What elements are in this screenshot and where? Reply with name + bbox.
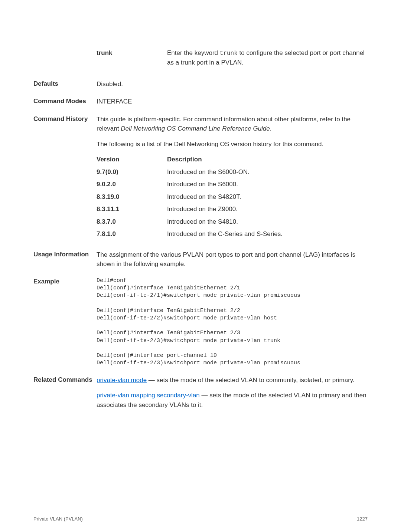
- table-row: 9.7(0.0) Introduced on the S6000-ON.: [97, 167, 368, 177]
- desc-cell: Introduced on the S4810.: [167, 217, 368, 227]
- version-cell: 8.3.11.1: [97, 204, 167, 214]
- command-history-label: Command History: [33, 115, 97, 242]
- command-modes-label: Command Modes: [33, 97, 97, 106]
- version-cell: 9.0.2.0: [97, 180, 167, 189]
- example-row: Example Dell#conf Dell(conf)#interface T…: [33, 277, 368, 367]
- related-item-1: private-vlan mode — sets the mode of the…: [97, 375, 368, 385]
- version-header: Version Description: [97, 155, 368, 164]
- version-header-col2: Description: [167, 155, 368, 164]
- trunk-label: trunk: [97, 48, 167, 68]
- defaults-row: Defaults Disabled.: [33, 79, 368, 89]
- usage-label: Usage Information: [33, 250, 97, 269]
- command-modes-value: INTERFACE: [97, 97, 368, 106]
- trunk-text1: Enter the keyword: [167, 49, 220, 56]
- desc-cell: Introduced on the C-Series and S-Series.: [167, 229, 368, 239]
- table-row: 9.0.2.0 Introduced on the S6000.: [97, 180, 368, 189]
- private-vlan-mapping-link[interactable]: private-vlan mapping secondary-vlan: [97, 392, 200, 399]
- related-text-1: — sets the mode of the selected VLAN to …: [147, 377, 355, 384]
- version-cell: 9.7(0.0): [97, 167, 167, 177]
- history-para1: This guide is platform-specific. For com…: [97, 115, 368, 134]
- related-content: private-vlan mode — sets the mode of the…: [97, 375, 368, 416]
- table-row: 8.3.7.0 Introduced on the S4810.: [97, 217, 368, 227]
- related-item-2: private-vlan mapping secondary-vlan — se…: [97, 391, 368, 410]
- spacer-col: [33, 48, 97, 70]
- param-trunk-row: trunk Enter the keyword trunk to configu…: [33, 48, 368, 70]
- example-content: Dell#conf Dell(conf)#interface TenGigabi…: [97, 277, 368, 367]
- table-row: 8.3.19.0 Introduced on the S4820T.: [97, 192, 368, 202]
- command-history-content: This guide is platform-specific. For com…: [97, 115, 368, 242]
- version-header-col1: Version: [97, 155, 167, 164]
- table-row: 7.8.1.0 Introduced on the C-Series and S…: [97, 229, 368, 239]
- version-cell: 8.3.19.0: [97, 192, 167, 202]
- related-row: Related Commands private-vlan mode — set…: [33, 375, 368, 416]
- desc-cell: Introduced on the S6000-ON.: [167, 167, 368, 177]
- desc-cell: Introduced on the Z9000.: [167, 204, 368, 214]
- command-history-row: Command History This guide is platform-s…: [33, 115, 368, 242]
- desc-cell: Introduced on the S4820T.: [167, 192, 368, 202]
- version-cell: 7.8.1.0: [97, 229, 167, 239]
- defaults-value: Disabled.: [97, 79, 368, 89]
- trunk-desc: Enter the keyword trunk to configure the…: [167, 48, 368, 68]
- history-para2: The following is a list of the Dell Netw…: [97, 139, 368, 149]
- param-trunk-content: trunk Enter the keyword trunk to configu…: [97, 48, 368, 70]
- trunk-code: trunk: [220, 50, 238, 57]
- page-footer: Private VLAN (PVLAN) 1227: [33, 516, 368, 522]
- history-p1b: .: [270, 125, 272, 132]
- footer-left: Private VLAN (PVLAN): [33, 516, 83, 522]
- table-row: 8.3.11.1 Introduced on the Z9000.: [97, 204, 368, 214]
- usage-row: Usage Information The assignment of the …: [33, 250, 368, 269]
- example-label: Example: [33, 277, 97, 367]
- version-cell: 8.3.7.0: [97, 217, 167, 227]
- usage-text: The assignment of the various PVLAN port…: [97, 250, 368, 269]
- command-modes-row: Command Modes INTERFACE: [33, 97, 368, 106]
- example-code: Dell#conf Dell(conf)#interface TenGigabi…: [97, 277, 368, 367]
- related-label: Related Commands: [33, 375, 97, 416]
- defaults-label: Defaults: [33, 79, 97, 89]
- history-p1-italic: Dell Networking OS Command Line Referenc…: [121, 125, 270, 132]
- footer-right: 1227: [357, 516, 368, 522]
- private-vlan-mode-link[interactable]: private-vlan mode: [97, 377, 147, 384]
- version-table: Version Description 9.7(0.0) Introduced …: [97, 155, 368, 239]
- desc-cell: Introduced on the S6000.: [167, 180, 368, 189]
